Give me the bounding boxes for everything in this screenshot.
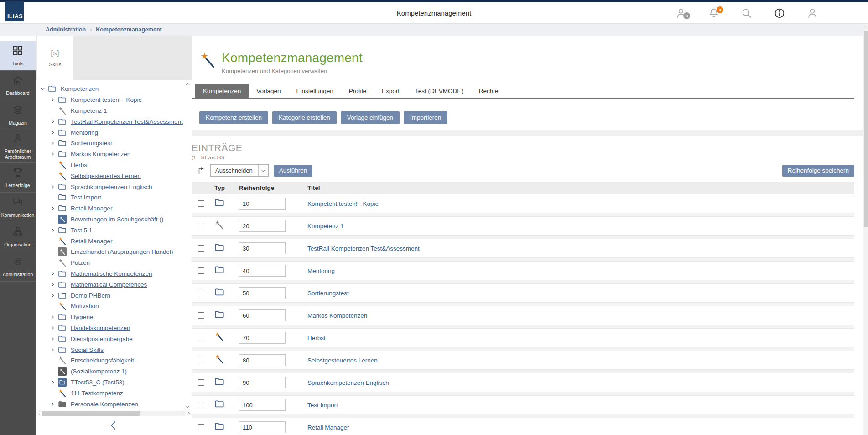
tree-expand-icon[interactable] <box>50 140 58 147</box>
row-checkbox[interactable] <box>198 200 204 207</box>
tree-expand-icon[interactable] <box>50 270 58 277</box>
order-input[interactable] <box>239 242 286 254</box>
tree-expand-icon[interactable] <box>50 292 58 299</box>
tree-item-label[interactable]: Bewertungen im Schuhgeschäft () <box>71 216 163 223</box>
breadcrumb-administration[interactable]: Administration <box>46 26 86 33</box>
tab-vorlagen[interactable]: Vorlagen <box>249 84 288 98</box>
sidebar-item-organisation[interactable]: Organisation <box>0 222 36 252</box>
tree-item-label[interactable]: Handelskompetenzen <box>71 325 130 331</box>
row-title-link[interactable]: Sortierungstest <box>307 290 854 297</box>
tree-item[interactable]: Sprachkompetenzen Englisch <box>36 181 192 192</box>
tree-item-label[interactable]: Personale Kompetenzen <box>71 401 138 408</box>
row-checkbox[interactable] <box>198 424 204 430</box>
tree-item-label[interactable]: Putzen <box>71 259 90 266</box>
tree-item-label[interactable]: Kompetent testen! - Kopie <box>71 96 142 103</box>
page-vertical-scrollbar[interactable] <box>863 24 868 435</box>
hscroll-track[interactable] <box>42 411 185 416</box>
tab-skills[interactable]: [s] Skills <box>37 36 73 80</box>
save-order-button[interactable]: Reihenfolge speichern <box>782 165 854 177</box>
row-checkbox[interactable] <box>198 379 204 386</box>
scrollbar-thumb[interactable] <box>864 31 868 227</box>
tree-item[interactable]: Dienstpostenübergabe <box>36 333 192 344</box>
tree-item-label[interactable]: Hygiene <box>71 314 94 320</box>
row-title-link[interactable]: Herbst <box>307 335 854 341</box>
awareness-icon[interactable]: 3 <box>675 7 687 20</box>
row-checkbox[interactable] <box>198 357 204 363</box>
tree-item[interactable]: Retail Manager <box>36 236 192 246</box>
sidebar-item-dashboard[interactable]: Dashboard <box>0 71 36 100</box>
order-input[interactable] <box>239 309 286 321</box>
sidebar-item-lernerfolge[interactable]: Lernerfolge <box>0 163 36 193</box>
row-checkbox[interactable] <box>198 290 204 296</box>
tree-item[interactable]: Mathematical Competences <box>36 279 192 290</box>
tree-item-label[interactable]: Test 5.1 <box>71 227 92 234</box>
tree-scroll-up-icon[interactable] <box>185 82 190 87</box>
row-checkbox[interactable] <box>198 245 204 252</box>
tree-item-label[interactable]: Sprachkompetenzen Englisch <box>71 183 152 190</box>
tree-item-label[interactable]: Mentoring <box>71 129 98 136</box>
tree-expand-icon[interactable] <box>50 118 58 125</box>
tree-expand-icon[interactable] <box>50 378 58 386</box>
row-title-link[interactable]: Test Import <box>307 402 854 409</box>
tree-item-label[interactable]: Selbstgesteuertes Lernen <box>71 173 141 179</box>
row-title-link[interactable]: Kompetenz 1 <box>307 223 854 230</box>
ilias-logo[interactable]: ILIAS <box>5 1 24 21</box>
sidebar-item-administration[interactable]: Administration <box>0 252 36 282</box>
tree-item-label[interactable]: Social Skills <box>71 346 104 353</box>
tree-item-label[interactable]: Test Import <box>71 194 101 201</box>
row-title-link[interactable]: Sprachkompetenzen Englisch <box>307 379 854 386</box>
tree-horizontal-scrollbar[interactable] <box>36 410 192 416</box>
notifications-bell-icon[interactable]: 3 <box>707 7 720 20</box>
tree-item-label[interactable]: Kompetenz 1 <box>71 107 107 114</box>
kategorie-erstellen-button[interactable]: Kategorie erstellen <box>272 111 337 124</box>
tab-einstellungen[interactable]: Einstellungen <box>289 84 341 98</box>
tree-item[interactable]: Kompetent testen! - Kopie <box>36 94 192 105</box>
tree-expand-icon[interactable] <box>50 281 58 288</box>
tree-item[interactable]: Demo PHBern <box>36 290 192 301</box>
tree-item[interactable]: Sortierungstest <box>36 138 192 149</box>
tree-item-label[interactable]: Mathematische Kompetenzen <box>71 270 152 277</box>
row-checkbox[interactable] <box>198 402 204 408</box>
sidebar-item-tools[interactable]: Tools <box>0 41 36 71</box>
tree-item-label[interactable]: Retail Manager <box>71 205 113 212</box>
tree-expand-icon[interactable] <box>50 129 58 136</box>
kompetenz-erstellen-button[interactable]: Kompetenz erstellen <box>199 111 268 124</box>
importieren-button[interactable]: Importieren <box>404 111 447 124</box>
order-input[interactable] <box>239 399 286 411</box>
search-icon[interactable] <box>740 7 753 20</box>
row-title-link[interactable]: TestRail Kompetenzen Test&Assessment <box>307 245 854 252</box>
tree-expand-icon[interactable] <box>50 205 58 212</box>
tree-item[interactable]: Herbst <box>36 160 192 171</box>
tab-rechte[interactable]: Rechte <box>471 84 506 98</box>
tree-item-label[interactable]: Entscheidungsfähigkeit <box>71 357 134 364</box>
tree-item[interactable]: TTest53_C (Test53) <box>36 377 192 388</box>
tree-item-label[interactable]: Mathematical Competences <box>71 281 147 288</box>
tree-item[interactable]: Einzelhandel (Ausprägungen Handel) <box>36 246 192 257</box>
tree-expand-icon[interactable] <box>50 226 58 234</box>
order-input[interactable] <box>239 220 286 232</box>
tree-item[interactable]: Social Skills <box>36 344 192 355</box>
order-input[interactable] <box>239 421 286 433</box>
row-title-link[interactable]: Markos Kompetenzen <box>307 312 854 319</box>
tree-item-label[interactable]: TestRail Kompetenzen Test&Assessment <box>71 118 183 125</box>
order-input[interactable] <box>239 354 286 366</box>
tree-expand-icon[interactable] <box>50 400 58 408</box>
collapse-panel-icon[interactable] <box>108 420 119 431</box>
tree-item-label[interactable]: Retail Manager <box>71 238 113 245</box>
tree-item-label[interactable]: Einzelhandel (Ausprägungen Handel) <box>71 248 173 255</box>
tree-item[interactable]: Test 5.1 <box>36 225 192 236</box>
tree-item[interactable]: Markos Kompetenzen <box>36 149 192 160</box>
tree-item[interactable]: Kompetenz 1 <box>36 105 192 116</box>
tree-item-label[interactable]: Markos Kompetenzen <box>71 151 130 157</box>
hscroll-thumb[interactable] <box>42 411 140 416</box>
tree-item-label[interactable]: 111 Testkompetenz <box>71 390 123 397</box>
tab-export[interactable]: Export <box>374 84 407 98</box>
order-input[interactable] <box>239 287 286 299</box>
tree-expand-icon[interactable] <box>50 324 58 331</box>
scrollbar-up-icon[interactable] <box>863 25 868 29</box>
tree-item[interactable]: TestRail Kompetenzen Test&Assessment <box>36 116 192 127</box>
tree-item[interactable]: Test Import <box>36 192 192 203</box>
tree-item[interactable]: Mathematische Kompetenzen <box>36 268 192 279</box>
execute-button[interactable]: Ausführen <box>274 165 313 177</box>
tree-expand-icon[interactable] <box>50 335 58 342</box>
